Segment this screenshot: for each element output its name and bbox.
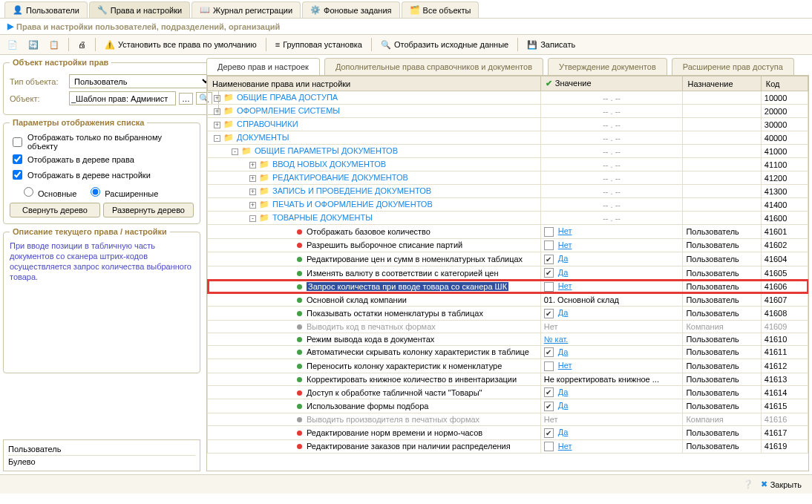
row-value[interactable]: № кат. xyxy=(544,335,569,344)
set-default-button[interactable]: ⚠️ Установить все права по умолчанию xyxy=(102,39,260,51)
tree-row[interactable]: +📁СПРАВОЧНИКИ-- . --30000 xyxy=(208,118,808,131)
tree-row[interactable]: Редактирование заказов при наличии распр… xyxy=(208,439,808,454)
tree-row[interactable]: Корректировать книжное количество в инве… xyxy=(208,373,808,385)
row-value[interactable]: Да xyxy=(558,428,569,436)
sub-tab[interactable]: Расширение прав доступа xyxy=(672,58,794,75)
check-icon: ✔ xyxy=(546,79,552,88)
col-value[interactable]: ✔Значение xyxy=(540,76,683,91)
value-checkbox[interactable] xyxy=(544,361,554,371)
tb-add-icon[interactable]: 📄 xyxy=(4,39,21,51)
expander-icon[interactable]: + xyxy=(214,108,220,115)
value-checkbox[interactable]: ✔ xyxy=(544,268,554,278)
expander-icon[interactable]: - xyxy=(214,135,220,142)
value-checkbox[interactable]: ✔ xyxy=(544,428,554,438)
value-checkbox[interactable] xyxy=(544,240,554,250)
app-tab[interactable]: 🔧Права и настройки xyxy=(89,1,190,18)
expander-icon[interactable]: + xyxy=(249,202,256,209)
app-tab[interactable]: 🗂️Все объекты xyxy=(402,1,479,18)
chk-show-rights[interactable] xyxy=(13,154,22,164)
tree-row[interactable]: Основной склад компании01. Основной скла… xyxy=(208,293,808,306)
value-checkbox[interactable] xyxy=(544,442,554,451)
value-checkbox[interactable]: ✔ xyxy=(544,255,554,264)
radio-extended[interactable]: Расширенные xyxy=(87,185,158,198)
expander-icon[interactable]: + xyxy=(214,122,220,128)
row-value[interactable]: Нет xyxy=(558,240,572,249)
app-tab[interactable]: ⚙️Фоновые задания xyxy=(302,1,399,18)
expander-icon[interactable]: + xyxy=(214,95,220,102)
show-original-button[interactable]: 🔍 Отобразить исходные данные xyxy=(378,39,511,51)
save-button[interactable]: 💾 Записать xyxy=(524,39,578,51)
tb-refresh-icon[interactable]: 🔄 xyxy=(25,39,42,51)
row-value[interactable]: Нет xyxy=(558,442,572,451)
col-name[interactable]: Наименование права или настройки xyxy=(208,76,541,91)
type-select[interactable]: Пользователь xyxy=(69,74,212,88)
tree-row[interactable]: Редактирование цен и сумм в номенклатурн… xyxy=(208,252,808,266)
expand-tree-button[interactable]: Развернуть дерево xyxy=(103,203,194,217)
value-checkbox[interactable] xyxy=(544,282,554,292)
object-input[interactable] xyxy=(69,91,176,105)
tree-row[interactable]: Использование формы подбора✔ДаПользовате… xyxy=(208,399,808,413)
col-code[interactable]: Код xyxy=(761,76,808,91)
chk-show-settings[interactable] xyxy=(13,170,22,180)
sub-tab[interactable]: Дерево прав и настроек xyxy=(206,58,320,75)
tree-row[interactable]: +📁ВВОД НОВЫХ ДОКУМЕНТОВ-- . --41100 xyxy=(208,158,808,171)
tree-row[interactable]: +📁ОФОРМЛЕНИЕ СИСТЕМЫ-- . --20000 xyxy=(208,105,808,118)
expander-icon[interactable]: + xyxy=(249,175,256,182)
tree-row[interactable]: -📁ТОВАРНЫЕ ДОКУМЕНТЫ-- . --41600 xyxy=(208,212,808,225)
tree-row[interactable]: Доступ к обработке табличной части "Това… xyxy=(208,385,808,399)
object-lookup-icon[interactable]: … xyxy=(179,93,193,105)
row-value[interactable]: Да xyxy=(558,254,569,263)
sub-tab[interactable]: Дополнительные права справочников и доку… xyxy=(324,58,543,75)
value-checkbox[interactable]: ✔ xyxy=(544,402,554,411)
sub-tab[interactable]: Утверждение документов xyxy=(548,58,667,75)
tree-row[interactable]: Запрос количества при вводе товара со ск… xyxy=(208,280,808,294)
tree-row[interactable]: Переносить колонку характеристик к номен… xyxy=(208,359,808,373)
tb-copy-icon[interactable]: 📋 xyxy=(46,39,62,51)
tree-row[interactable]: Отображать базовое количествоНетПользова… xyxy=(208,225,808,239)
collapse-tree-button[interactable]: Свернуть дерево xyxy=(10,203,100,217)
tree-row[interactable]: Режим вывода кода в документах№ кат.Поль… xyxy=(208,333,808,345)
app-tab[interactable]: 👤Пользователи xyxy=(4,1,88,18)
row-value[interactable]: Да xyxy=(558,347,569,356)
row-value[interactable]: Да xyxy=(558,308,569,317)
tree-row[interactable]: Выводить производителя в печатных формах… xyxy=(208,413,808,425)
folder-icon: 📁 xyxy=(241,146,252,155)
tree-row[interactable]: -📁ОБЩИЕ ПАРАМЕТРЫ ДОКУМЕНТОВ-- . --41000 xyxy=(208,145,808,158)
value-checkbox[interactable]: ✔ xyxy=(544,309,554,318)
tree-table-wrap[interactable]: Наименование права или настройки ✔Значен… xyxy=(206,76,809,471)
expander-icon[interactable]: + xyxy=(249,162,256,168)
tree-row[interactable]: -📁ДОКУМЕНТЫ-- . --40000 xyxy=(208,131,808,145)
value-checkbox[interactable]: ✔ xyxy=(544,347,554,357)
tree-row[interactable]: Редактирование норм времени и нормо-часо… xyxy=(208,425,808,439)
expander-icon[interactable]: + xyxy=(249,189,256,195)
tree-row[interactable]: Автоматически скрывать колонку характери… xyxy=(208,345,808,359)
col-assignment[interactable]: Назначение xyxy=(683,76,761,91)
row-value[interactable]: Да xyxy=(558,387,569,396)
tree-row[interactable]: Выводить код в печатных формахНетКомпани… xyxy=(208,320,808,333)
tree-row[interactable]: +📁ОБЩИЕ ПРАВА ДОСТУПА-- . --10000 xyxy=(208,91,808,105)
tree-row[interactable]: Изменять валюту в соответствии с категор… xyxy=(208,266,808,280)
row-value[interactable]: Да xyxy=(558,268,569,277)
row-value[interactable]: Нет xyxy=(558,361,572,370)
help-icon[interactable]: ❔ xyxy=(743,480,753,489)
expander-icon[interactable]: - xyxy=(249,215,256,222)
expander-icon[interactable]: - xyxy=(232,148,238,155)
row-value[interactable]: Да xyxy=(558,401,569,410)
chk-selected-object[interactable] xyxy=(13,137,22,147)
value-checkbox[interactable]: ✔ xyxy=(544,387,554,397)
tb-print-icon[interactable]: 🖨 xyxy=(75,39,89,50)
value-checkbox[interactable] xyxy=(544,227,554,237)
row-value[interactable]: Нет xyxy=(558,226,572,235)
tree-row[interactable]: +📁РЕДАКТИРОВАНИЕ ДОКУМЕНТОВ-- . --41200 xyxy=(208,171,808,185)
tree-row[interactable]: +📁ПЕЧАТЬ И ОФОРМЛЕНИЕ ДОКУМЕНТОВ-- . --4… xyxy=(208,198,808,212)
radio-basic[interactable]: Основные xyxy=(20,185,76,198)
close-button[interactable]: ✖ Закрыть xyxy=(761,480,802,489)
group-set-button[interactable]: ≡ Групповая установка xyxy=(272,39,365,50)
app-tab[interactable]: 📖Журнал регистрации xyxy=(191,1,301,18)
row-assignment: Пользователь xyxy=(683,252,761,266)
tree-row[interactable]: Показывать остатки номенклатуры в таблиц… xyxy=(208,306,808,320)
tree-row[interactable]: +📁ЗАПИСЬ И ПРОВЕДЕНИЕ ДОКУМЕНТОВ-- . --4… xyxy=(208,185,808,198)
row-name: Редактирование норм времени и нормо-часо… xyxy=(307,428,482,437)
row-value[interactable]: Нет xyxy=(558,281,572,290)
tree-row[interactable]: Разрешить выборочное списание партийНетП… xyxy=(208,238,808,252)
